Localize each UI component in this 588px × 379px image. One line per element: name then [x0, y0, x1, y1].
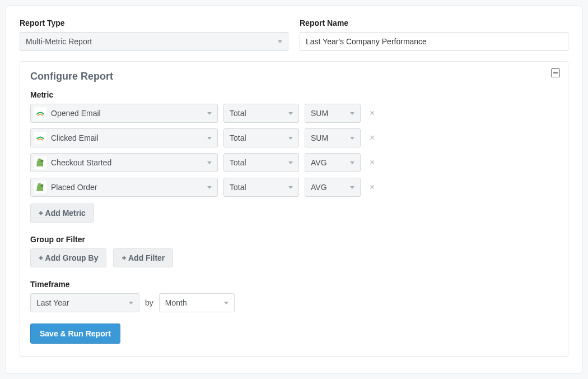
metric-name-value: Placed Order — [51, 183, 207, 192]
report-type-label: Report Type — [20, 19, 288, 27]
save-run-button[interactable]: Save & Run Report — [30, 323, 120, 344]
chevron-down-icon — [207, 112, 212, 115]
shop-icon — [34, 181, 46, 193]
group-filter-label: Group or Filter — [30, 235, 558, 244]
configure-title: Configure Report — [30, 71, 558, 82]
add-metric-label: + Add Metric — [39, 209, 86, 218]
timeframe-range-select[interactable]: Last Year — [30, 293, 139, 312]
metric-agg-value: AVG — [311, 183, 327, 192]
email-icon — [34, 132, 46, 144]
email-icon — [34, 107, 46, 119]
metric-measure-wrap: Total — [223, 128, 299, 147]
report-name-field: Report Name Last Year's Company Performa… — [300, 19, 568, 51]
metric-name-select[interactable]: Clicked Email — [30, 128, 218, 147]
metric-name-value: Clicked Email — [51, 133, 207, 142]
chevron-down-icon — [350, 186, 354, 189]
metric-row: Clicked EmailTotalSUM× — [30, 128, 558, 147]
timeframe-range-wrap: Last Year — [30, 293, 139, 312]
chevron-down-icon — [207, 161, 212, 164]
add-filter-label: + Add Filter — [122, 253, 165, 262]
metric-name-wrap: Clicked Email — [30, 128, 218, 147]
metric-label: Metric — [30, 90, 558, 99]
metric-agg-select[interactable]: SUM — [305, 104, 361, 123]
remove-metric-icon[interactable]: × — [366, 108, 378, 118]
timeframe-label: Timeframe — [30, 280, 558, 289]
metric-measure-wrap: Total — [223, 178, 299, 197]
chevron-down-icon — [350, 137, 354, 140]
metric-agg-value: SUM — [311, 109, 328, 118]
metric-name-value: Opened Email — [51, 109, 207, 118]
metric-measure-wrap: Total — [223, 104, 299, 123]
metric-measure-wrap: Total — [223, 153, 299, 172]
metric-name-select[interactable]: Placed Order — [30, 178, 218, 197]
timeframe-section: Timeframe Last Year by Month — [30, 280, 558, 312]
timeframe-unit-wrap: Month — [159, 293, 235, 312]
chevron-down-icon — [288, 137, 293, 140]
metric-agg-wrap: SUM — [305, 104, 361, 123]
metric-name-select[interactable]: Checkout Started — [30, 153, 218, 172]
chevron-down-icon — [278, 40, 282, 43]
metric-agg-value: SUM — [311, 133, 328, 142]
metric-row: Placed OrderTotalAVG× — [30, 178, 558, 197]
metric-measure-value: Total — [230, 158, 246, 167]
group-filter-section: Group or Filter + Add Group By + Add Fil… — [30, 235, 558, 267]
metric-agg-wrap: SUM — [305, 128, 361, 147]
metric-measure-value: Total — [230, 109, 246, 118]
add-metric-button[interactable]: + Add Metric — [30, 204, 94, 223]
add-filter-button[interactable]: + Add Filter — [113, 248, 173, 267]
metric-agg-select[interactable]: AVG — [305, 178, 361, 197]
metric-agg-select[interactable]: SUM — [305, 128, 361, 147]
timeframe-by-label: by — [145, 298, 153, 307]
collapse-icon[interactable] — [551, 68, 560, 77]
timeframe-unit-value: Month — [165, 298, 187, 307]
metric-name-wrap: Checkout Started — [30, 153, 218, 172]
metric-measure-select[interactable]: Total — [223, 128, 299, 147]
remove-metric-icon[interactable]: × — [366, 133, 378, 143]
chevron-down-icon — [207, 186, 212, 189]
metric-agg-wrap: AVG — [305, 178, 361, 197]
metric-agg-value: AVG — [311, 158, 327, 167]
report-name-value: Last Year's Company Performance — [306, 37, 427, 46]
save-run-label: Save & Run Report — [40, 329, 111, 338]
metric-measure-select[interactable]: Total — [223, 153, 299, 172]
metric-agg-select[interactable]: AVG — [305, 153, 361, 172]
metric-agg-wrap: AVG — [305, 153, 361, 172]
remove-metric-icon[interactable]: × — [366, 182, 378, 192]
report-type-value: Multi-Metric Report — [26, 37, 92, 46]
metric-measure-value: Total — [230, 183, 246, 192]
metric-rows: Opened EmailTotalSUM×Clicked EmailTotalS… — [30, 104, 558, 197]
add-group-by-label: + Add Group By — [39, 253, 98, 262]
shop-icon — [34, 156, 46, 169]
metric-name-value: Checkout Started — [51, 158, 207, 167]
timeframe-unit-select[interactable]: Month — [159, 293, 235, 312]
timeframe-range-value: Last Year — [36, 298, 69, 307]
report-type-field: Report Type Multi-Metric Report — [20, 19, 288, 51]
add-group-by-button[interactable]: + Add Group By — [30, 248, 106, 267]
metric-name-wrap: Opened Email — [30, 104, 218, 123]
svg-rect-0 — [41, 160, 44, 163]
remove-metric-icon[interactable]: × — [366, 158, 378, 168]
metric-measure-select[interactable]: Total — [223, 178, 299, 197]
report-name-input[interactable]: Last Year's Company Performance — [300, 32, 568, 51]
chevron-down-icon — [288, 161, 293, 164]
metric-measure-value: Total — [230, 133, 246, 142]
svg-rect-1 — [41, 184, 44, 187]
header-row: Report Type Multi-Metric Report Report N… — [20, 19, 568, 51]
chevron-down-icon — [350, 112, 354, 115]
chevron-down-icon — [129, 302, 133, 304]
metric-name-select[interactable]: Opened Email — [30, 104, 218, 123]
chevron-down-icon — [207, 137, 212, 140]
report-type-select[interactable]: Multi-Metric Report — [20, 32, 288, 51]
configure-panel: Configure Report Metric Opened EmailTota… — [20, 61, 568, 357]
metric-measure-select[interactable]: Total — [223, 104, 299, 123]
chevron-down-icon — [224, 302, 228, 304]
metric-row: Opened EmailTotalSUM× — [30, 104, 558, 123]
chevron-down-icon — [288, 112, 293, 115]
report-name-label: Report Name — [300, 19, 568, 27]
metric-row: Checkout StartedTotalAVG× — [30, 153, 558, 172]
chevron-down-icon — [350, 161, 354, 164]
report-builder-panel: Report Type Multi-Metric Report Report N… — [6, 6, 582, 374]
metric-name-wrap: Placed Order — [30, 178, 218, 197]
chevron-down-icon — [288, 186, 293, 189]
